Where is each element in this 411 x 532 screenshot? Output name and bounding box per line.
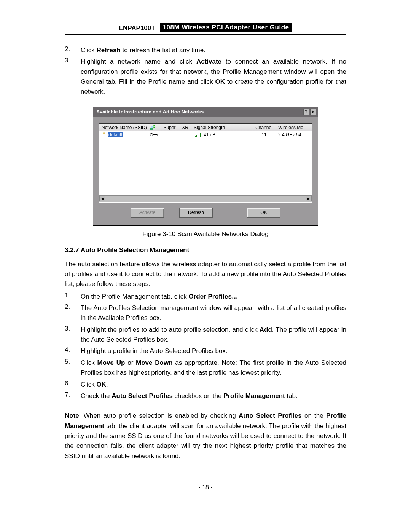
close-button[interactable]: × xyxy=(310,109,316,115)
ok-button[interactable]: OK xyxy=(247,208,280,218)
list-number: 3. xyxy=(65,57,74,97)
list-item: 2.Click Refresh to refresh the list at a… xyxy=(65,45,346,55)
listview-header: Network Name (SSID) Super XR Signal Stre… xyxy=(99,124,312,131)
antenna-icon xyxy=(102,132,106,137)
help-button[interactable]: ? xyxy=(303,109,309,115)
svg-point-5 xyxy=(150,133,153,136)
cell-super xyxy=(160,134,179,135)
dialog-scan-networks: Available Infrastructure and Ad Hoc Netw… xyxy=(93,107,318,226)
list-item: 3.Highlight the profiles to add to auto … xyxy=(65,325,346,345)
svg-rect-6 xyxy=(153,134,157,135)
col-super[interactable]: Super xyxy=(160,124,179,131)
header-model: LNPAP100T xyxy=(119,24,155,32)
channel-value: 11 xyxy=(252,132,276,138)
list-text: Click Refresh to refresh the list at any… xyxy=(81,45,346,55)
list-item: 4.Highlight a profile in the Auto Select… xyxy=(65,346,346,356)
scroll-right-button[interactable]: ► xyxy=(306,196,312,201)
list-number: 2. xyxy=(65,45,74,55)
list-text: On the Profile Management tab, click Ord… xyxy=(81,292,346,302)
note-paragraph: Note: When auto profile selection is ena… xyxy=(65,411,346,461)
cell-xr xyxy=(179,134,191,135)
list-item: 6.Click OK. xyxy=(65,380,346,390)
col-mode[interactable]: Wireless Mo xyxy=(276,124,310,131)
dialog-titlebar[interactable]: Available Infrastructure and Ad Hoc Netw… xyxy=(93,107,318,117)
scroll-left-button[interactable]: ◄ xyxy=(99,196,105,201)
list-text: Click Move Up or Move Down as appropriat… xyxy=(81,358,346,378)
page: LNPAP100T 108M Wireless PCI Adapter User… xyxy=(0,0,411,532)
connected-icon xyxy=(150,125,156,130)
refresh-button[interactable]: Refresh xyxy=(179,208,213,218)
signal-value: 41 dB xyxy=(204,132,215,137)
steps-list: 1.On the Profile Management tab, click O… xyxy=(65,292,346,401)
list-text: Check the Auto Select Profiles checkbox … xyxy=(81,391,346,401)
activate-button: Activate xyxy=(131,208,164,218)
list-item: 1.On the Profile Management tab, click O… xyxy=(65,292,346,302)
page-header: LNPAP100T 108M Wireless PCI Adapter User… xyxy=(65,23,346,35)
section-intro: The auto selection feature allows the wi… xyxy=(65,259,346,289)
dialog-body: Network Name (SSID) Super XR Signal Stre… xyxy=(93,117,318,225)
horizontal-scrollbar[interactable]: ◄ ► xyxy=(99,195,312,202)
figure-dialog: Available Infrastructure and Ad Hoc Netw… xyxy=(65,107,346,238)
list-item: 7.Check the Auto Select Profiles checkbo… xyxy=(65,391,346,401)
ssid-value: default xyxy=(108,132,123,137)
col-signal[interactable]: Signal Strength xyxy=(191,124,252,131)
col-channel[interactable]: Channel xyxy=(252,124,276,131)
dialog-button-row: Activate Refresh OK xyxy=(99,203,312,220)
network-listview[interactable]: Network Name (SSID) Super XR Signal Stre… xyxy=(99,123,312,203)
intro-list: 2.Click Refresh to refresh the list at a… xyxy=(65,45,346,97)
list-number: 4. xyxy=(65,346,74,356)
col-ssid[interactable]: Network Name (SSID) xyxy=(99,124,147,131)
signal-bars-icon xyxy=(195,133,201,137)
key-icon xyxy=(150,133,158,137)
list-number: 1. xyxy=(65,292,74,302)
svg-rect-7 xyxy=(156,134,156,136)
list-text: Highlight a profile in the Auto Selected… xyxy=(81,346,346,356)
list-number: 5. xyxy=(65,358,74,378)
mode-value: 2.4 GHz 54 xyxy=(276,132,310,138)
col-xr[interactable]: XR xyxy=(179,124,191,131)
header-title: 108M Wireless PCI Adapter User Guide xyxy=(160,23,292,32)
list-item: 3.Highlight a network name and click Act… xyxy=(65,57,346,97)
list-item: 2.The Auto Profiles Selection management… xyxy=(65,303,346,323)
list-number: 6. xyxy=(65,380,74,390)
list-text: Highlight the profiles to add to auto pr… xyxy=(81,325,346,345)
col-icon[interactable] xyxy=(147,124,160,131)
svg-point-3 xyxy=(103,133,105,134)
section-title: 3.2.7 Auto Profile Selection Management xyxy=(65,246,346,254)
list-item: 5.Click Move Up or Move Down as appropri… xyxy=(65,358,346,378)
figure-caption: Figure 3-10 Scan Available Networks Dial… xyxy=(65,230,346,238)
list-text: Click OK. xyxy=(81,380,346,390)
list-text: The Auto Profiles Selection management w… xyxy=(81,303,346,323)
list-text: Highlight a network name and click Activ… xyxy=(81,57,346,97)
table-row[interactable]: default xyxy=(99,131,312,138)
list-number: 7. xyxy=(65,391,74,401)
list-number: 3. xyxy=(65,325,74,345)
list-number: 2. xyxy=(65,303,74,323)
svg-rect-8 xyxy=(157,134,158,136)
page-number: - 18 - xyxy=(65,484,346,491)
dialog-title: Available Infrastructure and Ad Hoc Netw… xyxy=(96,109,303,115)
